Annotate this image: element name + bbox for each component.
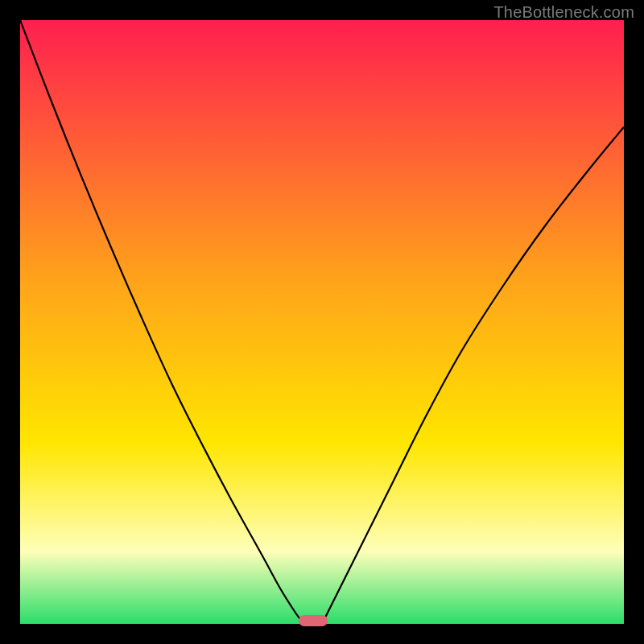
watermark-text: TheBottleneck.com <box>493 3 634 22</box>
outer-frame: TheBottleneck.com <box>0 0 644 644</box>
minimum-marker <box>299 615 328 626</box>
curve-left-branch <box>20 20 304 624</box>
curve-right-branch <box>322 127 624 624</box>
bottleneck-curve <box>20 20 624 624</box>
plot-area <box>20 20 624 624</box>
